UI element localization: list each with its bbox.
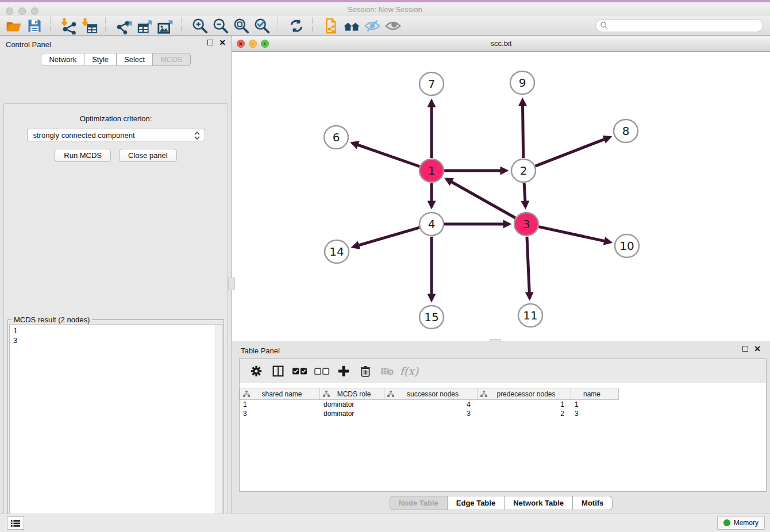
table-cell[interactable]: 1 (240, 400, 320, 409)
zoom-in-button[interactable] (190, 17, 210, 35)
export-image-button[interactable] (155, 17, 176, 35)
node-8[interactable]: 8 (614, 119, 638, 142)
window-traffic-lights[interactable] (6, 7, 38, 15)
minimize-window-button[interactable] (18, 7, 26, 15)
save-session-button[interactable] (24, 17, 45, 35)
network-zoom-button[interactable]: + (261, 40, 269, 48)
node-1[interactable]: 1 (419, 159, 444, 182)
refresh-layout-button[interactable] (286, 17, 307, 35)
node-3[interactable]: 3 (514, 213, 538, 236)
float-panel-icon[interactable] (742, 346, 748, 352)
table-cell[interactable]: dominator (320, 409, 384, 418)
tab-style[interactable]: Style (84, 53, 117, 66)
table-cell[interactable]: 1 (571, 400, 619, 409)
node-6[interactable]: 6 (324, 126, 348, 149)
gear-icon (251, 365, 262, 377)
table-cell[interactable]: 3 (240, 409, 320, 418)
table-cell[interactable]: 1 (478, 400, 571, 409)
zoom-window-button[interactable] (31, 7, 38, 15)
table-row[interactable]: 1dominator411 (240, 400, 766, 409)
node-14[interactable]: 14 (325, 240, 349, 263)
close-window-button[interactable] (6, 7, 13, 15)
result-scrollbar[interactable] (215, 325, 222, 532)
table-cell[interactable]: 3 (571, 409, 619, 418)
select-all-button[interactable] (289, 361, 311, 381)
table-cell[interactable]: 4 (384, 400, 478, 409)
task-history-button[interactable] (7, 516, 24, 530)
tab-edge-table[interactable]: Edge Table (448, 496, 505, 510)
import-network-button[interactable] (59, 17, 79, 35)
table-cell[interactable]: 3 (384, 409, 478, 418)
svg-text:2: 2 (520, 164, 528, 178)
close-panel-icon[interactable]: ✕ (754, 346, 761, 352)
tab-mcds[interactable]: MCDS (153, 53, 190, 66)
table-cell[interactable]: 2 (478, 409, 571, 418)
show-details-button[interactable] (383, 17, 403, 35)
show-column-button[interactable] (267, 361, 289, 381)
edge-2-3[interactable] (524, 183, 525, 207)
open-session-button[interactable] (3, 17, 24, 35)
dropdown-selected-value: strongly connected component (33, 131, 135, 140)
hide-details-button[interactable] (362, 17, 383, 35)
table-settings-button[interactable] (245, 361, 267, 381)
toolbar-separator (278, 17, 284, 34)
run-mcds-button[interactable]: Run MCDS (55, 149, 111, 162)
network-graph[interactable]: 7968124314101511 (232, 52, 769, 341)
column-header-successor-nodes[interactable]: successor nodes (384, 388, 478, 400)
panel-resize-grip[interactable] (228, 277, 235, 290)
export-table-button[interactable] (134, 17, 155, 35)
close-panel-button[interactable]: Close panel (119, 149, 177, 162)
table-row[interactable]: 3dominator323 (240, 409, 766, 418)
edge-3-1[interactable] (446, 179, 515, 218)
node-4[interactable]: 4 (419, 213, 444, 236)
edge-3-10[interactable] (538, 227, 610, 242)
node-9[interactable]: 9 (510, 71, 534, 94)
table-toolbar: f(x) (240, 359, 766, 383)
delete-column-button[interactable] (355, 361, 376, 381)
network-canvas[interactable]: 7968124314101511 (232, 52, 770, 341)
tab-select[interactable]: Select (117, 53, 153, 66)
node-15[interactable]: 15 (419, 306, 444, 329)
table-cell[interactable]: dominator (320, 400, 384, 409)
edge-2-8[interactable] (536, 137, 610, 166)
zoom-selected-button[interactable] (252, 17, 272, 35)
memory-button[interactable]: Memory (717, 516, 765, 530)
svg-text:7: 7 (428, 77, 436, 91)
edge-2-9[interactable] (522, 100, 523, 158)
function-builder-button-disabled: f(x) (398, 361, 420, 381)
column-header-shared-name[interactable]: shared name (240, 388, 320, 400)
edge-1-6[interactable] (352, 143, 419, 167)
tab-network[interactable]: Network (41, 53, 84, 66)
duplicate-network-button[interactable] (321, 17, 341, 35)
zoom-out-button[interactable] (210, 17, 231, 35)
toolbar-separator (312, 17, 319, 34)
svg-text:15: 15 (424, 310, 438, 324)
homes-icon (342, 17, 361, 34)
edge-4-14[interactable] (353, 228, 419, 246)
add-column-button[interactable] (333, 361, 355, 381)
search-input[interactable] (595, 19, 763, 32)
node-10[interactable]: 10 (615, 234, 639, 257)
optimization-criterion-dropdown[interactable]: strongly connected component (27, 129, 205, 141)
tab-motifs[interactable]: Motifs (573, 496, 613, 510)
network-close-button[interactable]: ✕ (237, 40, 245, 48)
edge-3-11[interactable] (527, 237, 530, 298)
import-table-button[interactable] (79, 17, 100, 35)
zoom-fit-button[interactable] (231, 17, 252, 35)
column-header-predecessor-nodes[interactable]: predecessor nodes (478, 388, 571, 400)
column-header-MCDS-role[interactable]: MCDS role (320, 388, 384, 400)
column-header-name[interactable]: name (571, 388, 619, 400)
network-window-titlebar[interactable]: ✕ − + scc.txt (232, 36, 770, 52)
close-panel-icon[interactable]: ✕ (219, 40, 226, 45)
tab-network-table[interactable]: Network Table (505, 496, 573, 510)
network-minimize-button[interactable]: − (249, 40, 257, 48)
node-7[interactable]: 7 (419, 72, 444, 95)
export-network-button[interactable] (114, 17, 134, 35)
deselect-all-button[interactable] (311, 361, 333, 381)
tab-node-table[interactable]: Node Table (390, 496, 448, 510)
float-panel-icon[interactable] (207, 40, 213, 45)
home-networks-button[interactable] (341, 17, 362, 35)
node-11[interactable]: 11 (518, 304, 542, 327)
columns-icon (272, 365, 284, 377)
node-2[interactable]: 2 (511, 159, 536, 182)
